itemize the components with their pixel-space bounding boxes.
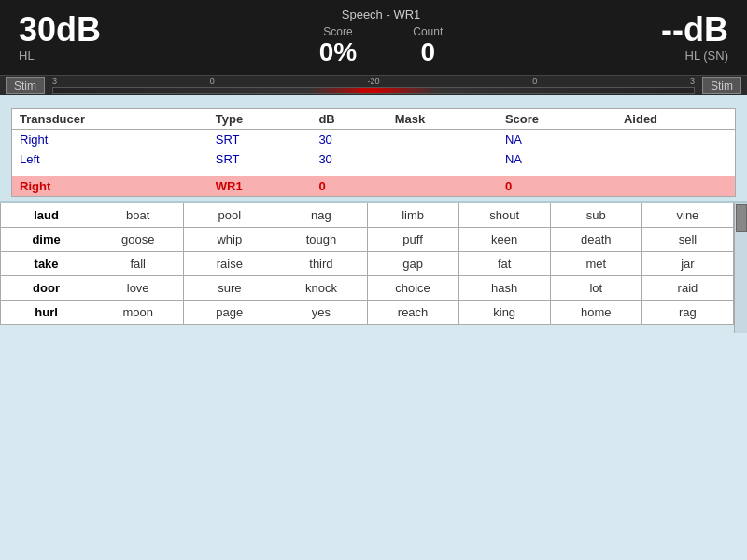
col-db: dB	[311, 109, 387, 130]
word-cell[interactable]: gap	[368, 252, 459, 276]
word-cell[interactable]: sure	[184, 276, 275, 301]
col-transducer: Transducer	[12, 109, 208, 130]
header: 30dB HL Speech - WR1 Score 0% Count 0 --…	[0, 0, 747, 75]
score-value: 0%	[319, 38, 357, 67]
content: Transducer Type dB Mask Score Aided Righ…	[0, 95, 747, 560]
word-cell[interactable]: raise	[184, 252, 275, 276]
cell-aided	[616, 176, 735, 196]
word-cell[interactable]: love	[92, 276, 184, 301]
speech-title: Speech - WR1	[342, 7, 421, 21]
col-aided: Aided	[616, 109, 735, 130]
word-cell[interactable]: met	[551, 252, 642, 276]
word-cell[interactable]: door	[1, 276, 92, 301]
word-cell[interactable]: knock	[275, 276, 367, 301]
word-cell[interactable]: limb	[368, 203, 459, 228]
header-left: 30dB HL	[19, 13, 101, 63]
word-cell[interactable]: jar	[642, 252, 734, 276]
word-cell[interactable]: king	[459, 301, 551, 325]
score-item: Score 0%	[319, 25, 357, 67]
word-cell[interactable]: hash	[459, 276, 551, 301]
word-cell[interactable]: sub	[551, 203, 642, 228]
data-table-wrapper: Transducer Type dB Mask Score Aided Righ…	[11, 108, 736, 197]
word-cell[interactable]: home	[551, 301, 642, 325]
word-cell[interactable]: moon	[92, 301, 184, 325]
hl-left: HL	[19, 49, 35, 63]
cell-type: SRT	[208, 130, 312, 150]
word-cell[interactable]: pool	[184, 203, 275, 228]
word-cell[interactable]: reach	[368, 301, 459, 325]
count-item: Count 0	[413, 25, 443, 67]
count-value: 0	[420, 38, 435, 67]
table-row[interactable]: RightWR100	[12, 176, 735, 196]
cell-mask	[388, 130, 498, 150]
word-cell[interactable]: goose	[92, 228, 184, 252]
cell-db: 0	[311, 176, 387, 196]
word-cell[interactable]: fall	[92, 252, 184, 276]
word-cell[interactable]: page	[184, 301, 275, 325]
hl-right: HL (SN)	[685, 49, 728, 63]
word-cell[interactable]: nag	[275, 203, 367, 228]
header-right: --dB HL (SN)	[661, 13, 728, 63]
col-score: Score	[498, 109, 616, 130]
cell-type: WR1	[208, 176, 312, 196]
stim-left-button[interactable]: Stim	[6, 77, 45, 94]
cell-aided	[616, 130, 735, 150]
word-cell[interactable]: take	[1, 252, 92, 276]
cell-score: 0	[498, 176, 616, 196]
word-cell[interactable]: boat	[92, 203, 184, 228]
word-cell[interactable]: dime	[1, 228, 92, 252]
cell-transducer: Right	[12, 176, 208, 196]
table-spacer-row	[12, 169, 735, 176]
word-cell[interactable]: hurl	[1, 301, 92, 325]
level-indicator	[52, 87, 695, 94]
word-list-area: laudboatpoolnaglimbshoutsubvinedimegoose…	[0, 203, 747, 333]
word-cell[interactable]: yes	[275, 301, 367, 325]
cell-transducer: Left	[12, 149, 208, 169]
cell-aided	[616, 149, 735, 169]
stim-right-button[interactable]: Stim	[702, 77, 741, 94]
word-cell[interactable]: whip	[184, 228, 275, 252]
count-label: Count	[413, 25, 443, 38]
word-cell[interactable]: lot	[551, 276, 642, 301]
table-row[interactable]: LeftSRT30NA	[12, 149, 735, 169]
cell-mask	[388, 149, 498, 169]
cell-db: 30	[311, 149, 387, 169]
table-row[interactable]: RightSRT30NA	[12, 130, 735, 150]
word-cell[interactable]: rag	[642, 301, 734, 325]
word-cell[interactable]: vine	[642, 203, 734, 228]
word-cell[interactable]: sell	[642, 228, 734, 252]
word-cell[interactable]: third	[275, 252, 367, 276]
table-body: RightSRT30NALeftSRT30NARightWR100	[12, 130, 735, 197]
cell-type: SRT	[208, 149, 312, 169]
scrollbar-thumb[interactable]	[736, 204, 747, 232]
word-cell[interactable]: death	[551, 228, 642, 252]
word-cell[interactable]: keen	[459, 228, 551, 252]
word-cell[interactable]: raid	[642, 276, 734, 301]
data-table: Transducer Type dB Mask Score Aided Righ…	[12, 109, 735, 196]
level-bar: Stim 3 0 -20 0 3 Stim	[0, 75, 747, 95]
cell-transducer: Right	[12, 130, 208, 150]
word-cell[interactable]: fat	[459, 252, 551, 276]
word-cell[interactable]: laud	[1, 203, 92, 228]
table-header-row: Transducer Type dB Mask Score Aided	[12, 109, 735, 130]
word-grid: laudboatpoolnaglimbshoutsubvinedimegoose…	[0, 203, 734, 325]
col-type: Type	[208, 109, 312, 130]
level-scale: 3 0 -20 0 3	[52, 79, 695, 92]
word-cell[interactable]: puff	[368, 228, 459, 252]
cell-score: NA	[498, 130, 616, 150]
word-cell[interactable]: shout	[459, 203, 551, 228]
cell-score: NA	[498, 149, 616, 169]
top-section: Transducer Type dB Mask Score Aided Righ…	[0, 95, 747, 201]
cell-mask	[388, 176, 498, 196]
scrollbar[interactable]	[734, 203, 747, 333]
score-label: Score	[323, 25, 352, 38]
cell-db: 30	[311, 130, 387, 150]
word-cell[interactable]: tough	[275, 228, 367, 252]
header-center: Speech - WR1 Score 0% Count 0	[101, 7, 661, 67]
db-left: 30dB	[19, 13, 101, 47]
db-right: --dB	[661, 13, 728, 47]
word-cell[interactable]: choice	[368, 276, 459, 301]
score-count-row: Score 0% Count 0	[319, 25, 444, 67]
word-list-section: laudboatpoolnaglimbshoutsubvinedimegoose…	[0, 201, 747, 560]
col-mask: Mask	[388, 109, 498, 130]
